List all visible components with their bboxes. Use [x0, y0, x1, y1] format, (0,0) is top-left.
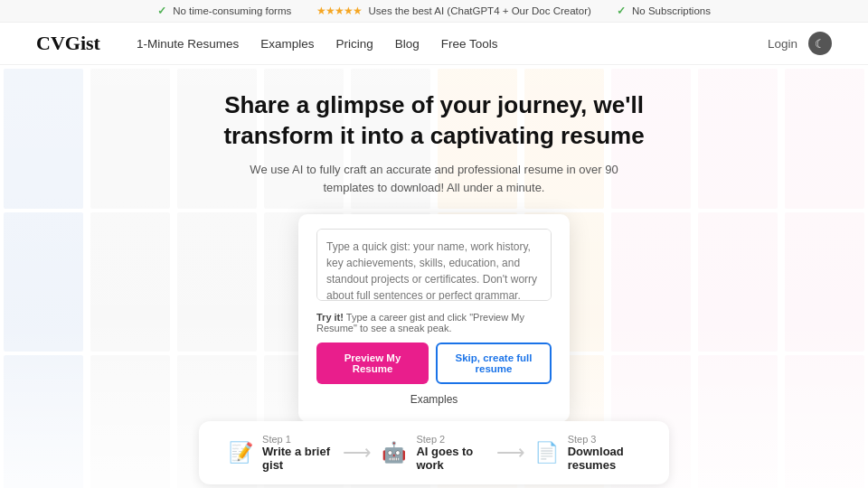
navbar: CVGist 1-Minute Resumes Examples Pricing…: [0, 23, 868, 65]
steps-bar: 📝 Step 1 Write a brief gist ⟶ 🤖 Step 2 A…: [199, 421, 669, 484]
btn-row: Preview My Resume Skip, create full resu…: [316, 343, 552, 384]
skip-create-full-resume-button[interactable]: Skip, create full resume: [436, 343, 552, 384]
nav-links: 1-Minute Resumes Examples Pricing Blog F…: [137, 37, 768, 51]
input-card: Try it! Type a career gist and click "Pr…: [298, 214, 570, 422]
examples-link[interactable]: Examples: [316, 393, 552, 406]
banner-item-3: ✓ No Subscriptions: [617, 5, 711, 17]
nav-examples[interactable]: Examples: [260, 37, 314, 51]
step-1-icon: 📝: [228, 436, 253, 469]
check-icon-3: ✓: [617, 5, 626, 16]
step-2-desc: AI goes to work: [416, 445, 486, 472]
nav-right: Login ☾: [768, 32, 832, 55]
check-icon-1: ✓: [157, 5, 166, 16]
hero-section: Share a glimpse of your journey, we'll t…: [0, 65, 868, 488]
step-arrow-2: ⟶: [496, 441, 525, 465]
step-2-text: Step 2 AI goes to work: [416, 434, 486, 472]
step-1-text: Step 1 Write a brief gist: [262, 434, 334, 472]
try-hint: Try it! Type a career gist and click "Pr…: [316, 312, 552, 333]
step-3-text: Step 3 Download resumes: [568, 434, 640, 472]
theme-toggle-button[interactable]: ☾: [808, 32, 832, 55]
try-hint-bold: Try it!: [316, 312, 344, 323]
banner-stars: ★★★★★ Uses the best AI (ChatGPT4 + Our D…: [316, 5, 591, 17]
hero-subtitle: We use AI to fully craft an accurate and…: [244, 161, 624, 199]
logo: CVGist: [36, 32, 100, 55]
step-3-icon: 📄: [534, 436, 559, 469]
nav-pricing[interactable]: Pricing: [335, 37, 373, 51]
step-1-desc: Write a brief gist: [262, 445, 334, 472]
step-1-label: Step 1: [262, 434, 334, 445]
hero-title: Share a glimpse of your journey, we'll t…: [208, 90, 660, 152]
preview-resume-button[interactable]: Preview My Resume: [316, 343, 429, 384]
step-2: 🤖 Step 2 AI goes to work: [381, 434, 486, 472]
step-3-label: Step 3: [568, 434, 640, 445]
nav-1-minute-resumes[interactable]: 1-Minute Resumes: [137, 37, 239, 51]
login-button[interactable]: Login: [768, 37, 797, 51]
step-2-label: Step 2: [416, 434, 486, 445]
step-1: 📝 Step 1 Write a brief gist: [228, 434, 334, 472]
step-3: 📄 Step 3 Download resumes: [534, 434, 640, 472]
try-hint-text: Type a career gist and click "Preview My…: [316, 312, 524, 333]
hero-content: Share a glimpse of your journey, we'll t…: [0, 65, 868, 488]
nav-free-tools[interactable]: Free Tools: [441, 37, 498, 51]
nav-blog[interactable]: Blog: [395, 37, 420, 51]
banner-item-1: ✓ No time-consuming forms: [157, 5, 291, 17]
step-2-icon: 🤖: [381, 436, 407, 469]
step-arrow-1: ⟶: [343, 441, 372, 465]
top-banner: ✓ No time-consuming forms ★★★★★ Uses the…: [0, 0, 868, 23]
step-3-desc: Download resumes: [568, 445, 640, 472]
gist-textarea[interactable]: [316, 229, 552, 301]
